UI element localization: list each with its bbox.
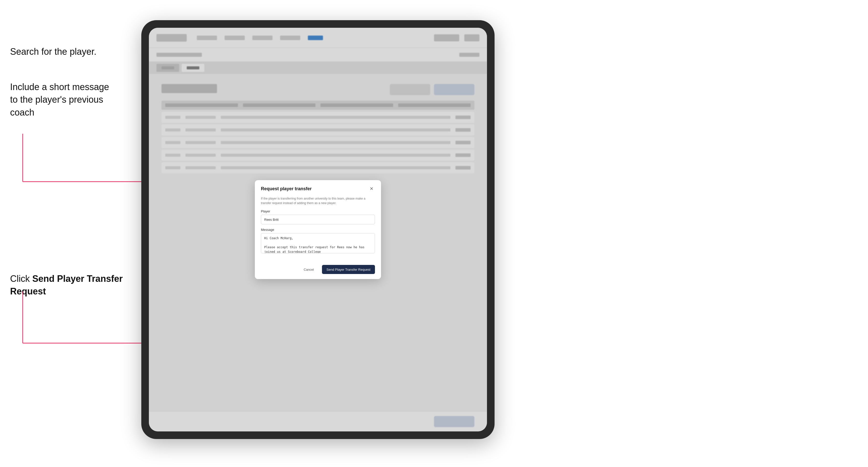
tablet-device: Request player transfer ✕ If the player … — [141, 20, 495, 439]
cancel-button[interactable]: Cancel — [299, 265, 319, 274]
modal-overlay: Request player transfer ✕ If the player … — [149, 28, 487, 431]
send-transfer-request-button[interactable]: Send Player Transfer Request — [322, 265, 375, 274]
tablet-screen: Request player transfer ✕ If the player … — [149, 28, 487, 431]
message-field-group: Message Hi Coach McHarg, Please accept t… — [261, 228, 375, 254]
player-field-group: Player — [261, 209, 375, 224]
modal-title: Request player transfer — [261, 186, 312, 191]
modal-close-button[interactable]: ✕ — [368, 185, 375, 192]
annotation-step1: Search for the player. — [10, 45, 96, 58]
player-label: Player — [261, 209, 375, 213]
transfer-request-modal: Request player transfer ✕ If the player … — [255, 180, 381, 279]
modal-footer: Cancel Send Player Transfer Request — [255, 262, 381, 279]
annotation-step2: Include a short message to the player's … — [10, 81, 109, 119]
message-textarea[interactable]: Hi Coach McHarg, Please accept this tran… — [261, 233, 375, 253]
player-input[interactable] — [261, 215, 375, 224]
annotation-step3: Click Send Player Transfer Request — [10, 273, 141, 298]
modal-description: If the player is transferring from anoth… — [261, 196, 375, 206]
message-label: Message — [261, 228, 375, 231]
tablet-frame: Request player transfer ✕ If the player … — [141, 20, 495, 439]
modal-header: Request player transfer ✕ — [255, 180, 381, 196]
modal-body: If the player is transferring from anoth… — [255, 196, 381, 262]
